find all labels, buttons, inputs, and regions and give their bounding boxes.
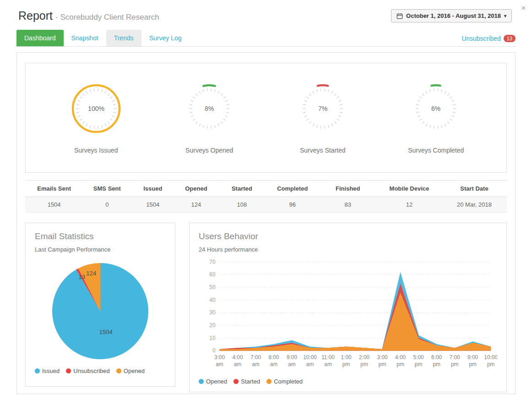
legend-label: Unsubscribed [73,367,110,374]
svg-text:pm: pm [360,361,368,367]
svg-text:am: am [234,361,242,367]
legend-label: Issued [42,367,60,374]
svg-text:am: am [270,361,278,367]
tab-dashboard[interactable]: Dashboard [16,30,64,46]
header: Report- Scorebuddy Client Research Octob… [0,0,532,27]
svg-text:pm: pm [451,361,459,367]
legend-dot [233,379,239,384]
gauge-label: Surveys Started [272,147,373,154]
legend-item-issued[interactable]: Issued [35,367,60,374]
summary-table: Emails SentSMS SentIssuedOpenedStartedCo… [25,180,507,213]
svg-text:am: am [252,361,260,367]
table-cell: 0 [83,197,131,213]
table-cell: 124 [174,197,218,213]
svg-text:10:00: 10:00 [303,354,317,361]
gauge-dial: 7% [293,79,353,138]
table-cell: 20 Mar, 2018 [442,197,507,213]
svg-text:0: 0 [212,347,216,354]
tab-bar-tabs: DashboardSnapshotTrendsSurvey Log [16,30,190,46]
table-cell: 1504 [131,197,174,213]
gauge-dial: 6% [406,79,466,138]
svg-text:11:00: 11:00 [321,354,335,361]
summary-table-body: 15040150412410896831220 Mar, 2018 [25,197,507,213]
users-behavior-legend: OpenedStartedCompleted [199,378,497,385]
svg-text:7:00: 7:00 [250,354,261,361]
gauge-label: Surveys Issued [46,147,147,154]
svg-text:3:00: 3:00 [214,354,225,361]
gauge-surveys-started: 7%Surveys Started [272,79,373,154]
table-cell: 12 [377,197,442,213]
table-row: 15040150412410896831220 Mar, 2018 [25,197,507,213]
svg-text:6:00: 6:00 [431,354,442,361]
email-statistics-legend: IssuedUnsubscribedOpened [35,367,166,374]
email-statistics-title: Email Statistics [35,231,166,241]
legend-dot [66,368,71,373]
legend-label: Started [241,378,260,385]
svg-text:7:00: 7:00 [450,354,460,361]
svg-text:5:00: 5:00 [413,354,424,361]
table-cell: 108 [218,197,266,213]
table-header-cell: Mobile Device [377,181,442,197]
svg-text:pm: pm [433,361,440,367]
legend-item-started[interactable]: Started [233,378,260,385]
email-statistics-pie: 150413124 [49,259,152,363]
email-statistics-subtitle: Last Campaign Performance [35,246,166,253]
svg-text:10: 10 [209,335,216,341]
email-statistics-card: Email Statistics Last Campaign Performan… [25,223,175,387]
table-header-cell: Emails Sent [25,181,83,197]
svg-text:pm: pm [379,361,386,367]
gauge-dial: 100% [66,79,126,138]
users-behavior-subtitle: 24 Hours performance [199,246,497,253]
users-behavior-chart-wrap: 0102030405060703:00am4:00am7:00am8:00am9… [199,258,497,373]
legend-item-completed[interactable]: Completed [266,378,303,385]
tab-trends[interactable]: Trends [106,30,141,46]
svg-text:30: 30 [209,309,216,316]
table-cell: 96 [266,197,319,213]
svg-text:50: 50 [209,284,216,290]
svg-text:am: am [288,361,296,367]
table-cell: 83 [319,197,377,213]
tab-snapshot[interactable]: Snapshot [64,30,106,46]
chevron-down-icon: ▾ [504,13,506,18]
svg-text:2:00: 2:00 [359,354,369,361]
svg-text:pm: pm [342,361,350,367]
table-header-cell: Finished [319,181,377,197]
tab-survey-log[interactable]: Survey Log [141,30,190,46]
legend-item-opened[interactable]: Opened [199,378,227,385]
svg-text:13: 13 [78,274,85,280]
email-statistics-pie-wrap: 150413124 [35,259,166,363]
legend-dot [35,368,40,373]
page-title: Report- Scorebuddy Client Research [18,9,159,22]
users-behavior-title: Users Behavior [199,231,497,241]
svg-text:1:00: 1:00 [341,354,352,361]
svg-text:3:00: 3:00 [377,354,388,361]
gauge-surveys-completed: 6%Surveys Completed [385,79,486,154]
legend-dot [116,368,121,373]
svg-text:40: 40 [209,297,216,303]
svg-text:8%: 8% [205,105,214,112]
page-subtitle: - Scorebuddy Client Research [55,13,159,22]
svg-text:7%: 7% [318,105,327,112]
tab-bar: DashboardSnapshotTrendsSurvey Log Unsubs… [16,30,516,47]
table-header-row: Emails SentSMS SentIssuedOpenedStartedCo… [25,181,507,197]
unsubscribed-link[interactable]: Unsubscribed 13 [461,35,516,46]
close-icon[interactable]: × [521,5,526,12]
report-page: × Report- Scorebuddy Client Research Oct… [0,0,532,400]
svg-text:100%: 100% [88,105,104,112]
svg-text:8:00: 8:00 [268,354,279,361]
table-cell: 1504 [25,197,83,213]
table-header-cell: Opened [174,181,218,197]
svg-text:am: am [324,361,332,367]
date-range-picker[interactable]: October 1, 2016 - August 31, 2018 ▾ [391,9,512,22]
legend-item-opened[interactable]: Opened [116,367,145,374]
legend-item-unsubscribed[interactable]: Unsubscribed [66,367,110,374]
svg-text:pm: pm [415,361,423,367]
svg-text:60: 60 [209,271,216,278]
date-range-label: October 1, 2016 - August 31, 2018 [406,12,501,19]
users-behavior-chart: 0102030405060703:00am4:00am7:00am8:00am9… [199,258,497,372]
legend-dot [266,379,271,384]
legend-label: Completed [274,378,303,385]
svg-text:pm: pm [396,361,404,367]
charts-row: Email Statistics Last Campaign Performan… [25,223,507,392]
gauge-label: Surveys Opened [159,147,260,154]
